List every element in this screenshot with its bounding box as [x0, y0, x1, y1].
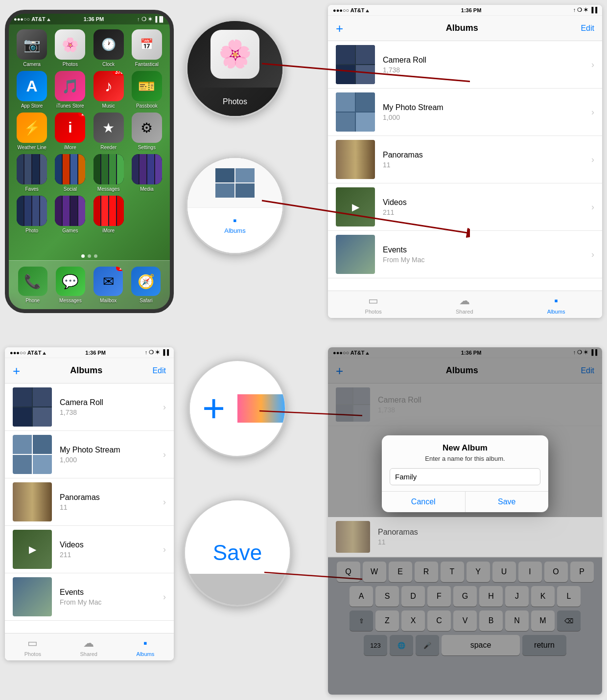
videos-info-bl: Videos 211	[60, 541, 163, 559]
app-camera[interactable]: 📷 Camera	[15, 29, 49, 67]
videos-thumb: ▶	[336, 187, 375, 226]
albums-header-bl: + Albums Edit	[5, 358, 174, 384]
app-clock-label: Clock	[102, 62, 115, 67]
app-social[interactable]: Social	[53, 154, 87, 192]
albums-tab-bar-bl: ▭ Photos ☁ Shared ▪ Albums	[5, 633, 174, 660]
dialog-save-button[interactable]: Save	[466, 492, 549, 512]
events-info-bl: Events From My Mac	[60, 588, 163, 606]
iphone-screen: ●●●○○ AT&T ⟁ 1:36 PM ↑ ❍ ✶ ▐▐▌ 📷 Camera …	[5, 10, 174, 313]
add-album-button-top[interactable]: +	[336, 22, 343, 35]
app-weather-label: Weather Line	[17, 145, 46, 150]
app-imore[interactable]: i 2 iMore	[53, 113, 87, 150]
panoramas-chevron: ›	[591, 155, 594, 165]
app-fantastical[interactable]: 📅 Fantastical	[130, 29, 164, 67]
album-row-stream-top[interactable]: My Photo Stream 1,000 ›	[328, 89, 602, 136]
app-music[interactable]: ♪ 370 Music	[92, 71, 126, 109]
app-itunes[interactable]: 🎵 iTunes Store	[53, 71, 87, 109]
stream-info-bl: My Photo Stream 1,000	[60, 446, 163, 464]
app-photo2[interactable]: Photo	[15, 196, 49, 233]
tab-albums-bl[interactable]: ▪ Albums	[137, 637, 155, 657]
videos-chevron-bl: ›	[163, 544, 166, 555]
save-text-large: Save	[213, 541, 262, 565]
tab-albums-top[interactable]: ▪ Albums	[547, 294, 565, 315]
stream-count-bl: 1,000	[60, 456, 163, 464]
albums-tab-bar-top: ▭ Photos ☁ Shared ▪ Albums	[328, 291, 602, 318]
zoom-albums-content: ▪ Albums	[187, 158, 282, 253]
zoom-circle-albums: ▪ Albums	[186, 157, 284, 254]
album-row-events-bl[interactable]: Events From My Mac ›	[5, 573, 174, 621]
signal-dots: ●●●○○	[14, 16, 30, 22]
album-name-input[interactable]	[390, 468, 540, 485]
status-left: ●●●○○ AT&T ⟁	[14, 16, 50, 22]
app-photos[interactable]: 🌸 Photos	[53, 29, 87, 67]
carrier: AT&T	[31, 16, 46, 22]
iphone-dock: 📞 Phone 💬 Messages ✉ 1 Mailbox 🧭 Safari	[9, 260, 170, 309]
events-chevron-bl: ›	[163, 592, 166, 602]
albums-title-top: Albums	[446, 23, 478, 33]
app-empty	[130, 196, 164, 233]
edit-albums-button-top[interactable]: Edit	[581, 24, 594, 33]
album-row-camera-roll-bl[interactable]: Camera Roll 1,738 ›	[5, 384, 174, 431]
stream-thumb-bl	[13, 435, 52, 474]
behind-dialog-rows: Panoramas11	[328, 517, 602, 557]
dock-mailbox[interactable]: ✉ 1 Mailbox	[93, 267, 123, 303]
album-row-videos-bl[interactable]: ▶ Videos 211 ›	[5, 526, 174, 573]
albums-panel-bottom-left: ●●●○○ AT&T ⟁ 1:36 PM ↑ ❍ ✶ ▐▐ + Albums E…	[5, 347, 174, 660]
events-name: Events	[383, 246, 591, 254]
app-faves-label: Faves	[25, 186, 39, 192]
panoramas-name: Panoramas	[383, 151, 591, 159]
tab-albums-icon-bl: ▪	[143, 637, 147, 650]
videos-name: Videos	[383, 198, 591, 207]
camera-roll-count-bl: 1,738	[60, 408, 163, 416]
app-messages2[interactable]: Messages	[92, 154, 126, 192]
panel-carrier: ●●●○○ AT&T ⟁	[333, 7, 369, 13]
tab-albums-label-bl: Albums	[137, 651, 155, 657]
panel-status-bl: ●●●○○ AT&T ⟁ 1:36 PM ↑ ❍ ✶ ▐▐	[5, 347, 174, 358]
status-right: ↑ ❍ ✶ ▐▐▌	[137, 16, 165, 23]
album-row-videos-top[interactable]: ▶ Videos 211 ›	[328, 183, 602, 231]
app-settings[interactable]: ⚙ Settings	[130, 113, 164, 150]
app-passbook[interactable]: 🎫 Passbook	[130, 71, 164, 109]
videos-count: 211	[383, 208, 591, 216]
add-album-button-bl[interactable]: +	[13, 364, 20, 377]
dialog-overlay: New Album Enter a name for this album. C…	[328, 347, 602, 695]
panoramas-info: Panoramas 11	[383, 151, 591, 169]
tab-shared-top[interactable]: ☁ Shared	[456, 294, 473, 315]
app-media[interactable]: Media	[130, 154, 164, 192]
album-row-panoramas-top[interactable]: Panoramas 11 ›	[328, 136, 602, 183]
dock-messages[interactable]: 💬 Messages	[56, 267, 85, 303]
panoramas-thumb-bl	[13, 482, 52, 521]
album-row-camera-roll-top[interactable]: Camera Roll 1,738 ›	[328, 41, 602, 89]
camera-roll-thumb-bl	[13, 387, 52, 427]
dock-phone[interactable]: 📞 Phone	[18, 267, 47, 303]
app-faves[interactable]: Faves	[15, 154, 49, 192]
app-social-label: Social	[64, 186, 77, 192]
tab-photos-label-top: Photos	[365, 309, 382, 315]
edit-albums-button-bl[interactable]: Edit	[152, 366, 166, 375]
panel-status-top: ●●●○○ AT&T ⟁ 1:36 PM ↑ ❍ ✶ ▐▐	[328, 5, 602, 16]
panoramas-name-bl: Panoramas	[60, 493, 163, 502]
dialog-cancel-button[interactable]: Cancel	[382, 492, 466, 512]
tab-shared-icon-top: ☁	[459, 294, 470, 307]
dock-safari[interactable]: 🧭 Safari	[131, 267, 161, 303]
album-row-pan-bl[interactable]: Panoramas 11 ›	[5, 478, 174, 526]
album-row-stream-bl[interactable]: My Photo Stream 1,000 ›	[5, 431, 174, 478]
tab-photos-icon-bl: ▭	[27, 637, 38, 650]
app-reeder[interactable]: ★ Reeder	[92, 113, 126, 150]
app-clock[interactable]: 🕐 Clock	[92, 29, 126, 67]
mailbox-badge: 1	[116, 267, 123, 271]
panel-icons: ↑ ❍ ✶ ▐▐	[573, 7, 597, 13]
app-weather[interactable]: ⚡ Weather Line	[15, 113, 49, 150]
stream-chevron-bl: ›	[163, 450, 166, 460]
camera-roll-chevron-bl: ›	[163, 402, 166, 412]
app-games[interactable]: Games	[53, 196, 87, 233]
tab-shared-bl[interactable]: ☁ Shared	[80, 637, 97, 657]
tab-photos-top[interactable]: ▭ Photos	[365, 294, 382, 315]
photos-zoom-label: Photos	[223, 97, 247, 106]
app-appstore[interactable]: A App Store	[15, 71, 49, 109]
album-row-events-top[interactable]: Events From My Mac ›	[328, 231, 602, 278]
tab-photos-bl[interactable]: ▭ Photos	[24, 637, 41, 657]
app-imore2[interactable]: iMore	[92, 196, 126, 233]
panoramas-count: 11	[383, 161, 591, 169]
clock-time: 1:36 PM	[84, 16, 104, 22]
